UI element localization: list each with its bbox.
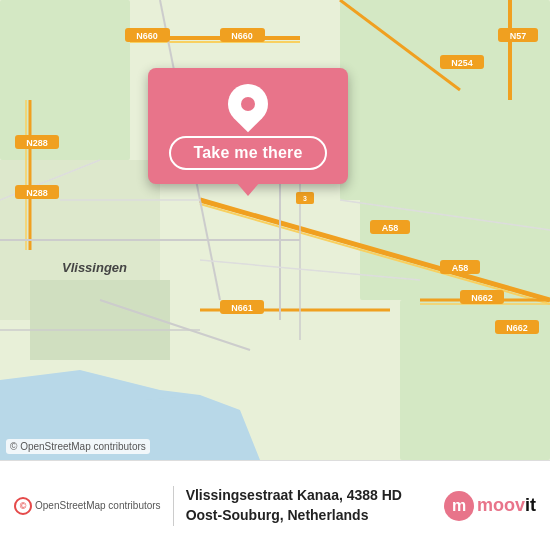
location-popup[interactable]: Take me there (148, 68, 348, 184)
map-view[interactable]: N660 N660 N57 N254 N288 N288 A58 A58 N66… (0, 0, 550, 460)
svg-text:N660: N660 (231, 31, 253, 41)
svg-text:m: m (452, 497, 466, 514)
svg-text:A58: A58 (382, 223, 399, 233)
osm-icon: © (14, 497, 32, 515)
svg-text:N661: N661 (231, 303, 253, 313)
info-bar: © OpenStreetMap contributors Vlissingses… (0, 460, 550, 550)
svg-text:N288: N288 (26, 188, 48, 198)
osm-label: OpenStreetMap contributors (35, 500, 161, 511)
svg-rect-4 (360, 180, 550, 300)
take-me-there-button[interactable]: Take me there (169, 136, 326, 170)
app-container: N660 N660 N57 N254 N288 N288 A58 A58 N66… (0, 0, 550, 550)
svg-text:N662: N662 (471, 293, 493, 303)
svg-text:3: 3 (303, 195, 307, 202)
svg-text:N660: N660 (136, 31, 158, 41)
svg-text:A58: A58 (452, 263, 469, 273)
divider (173, 486, 174, 526)
location-pin-icon (220, 76, 277, 133)
moovit-logo: m moovit (443, 490, 536, 522)
svg-text:N662: N662 (506, 323, 528, 333)
moovit-icon: m (443, 490, 475, 522)
svg-text:N288: N288 (26, 138, 48, 148)
map-attribution: © OpenStreetMap contributors (6, 439, 150, 454)
moovit-text: moovit (477, 495, 536, 516)
osm-attribution: © OpenStreetMap contributors (14, 497, 161, 515)
svg-text:N254: N254 (451, 58, 473, 68)
address-block: Vlissingsestraat Kanaa, 4388 HD Oost-Sou… (186, 486, 431, 525)
svg-text:Vlissingen: Vlissingen (62, 260, 127, 275)
svg-rect-8 (30, 280, 170, 360)
address-text: Vlissingsestraat Kanaa, 4388 HD Oost-Sou… (186, 486, 431, 525)
svg-text:N57: N57 (510, 31, 527, 41)
moovit-m: moov (477, 495, 525, 515)
